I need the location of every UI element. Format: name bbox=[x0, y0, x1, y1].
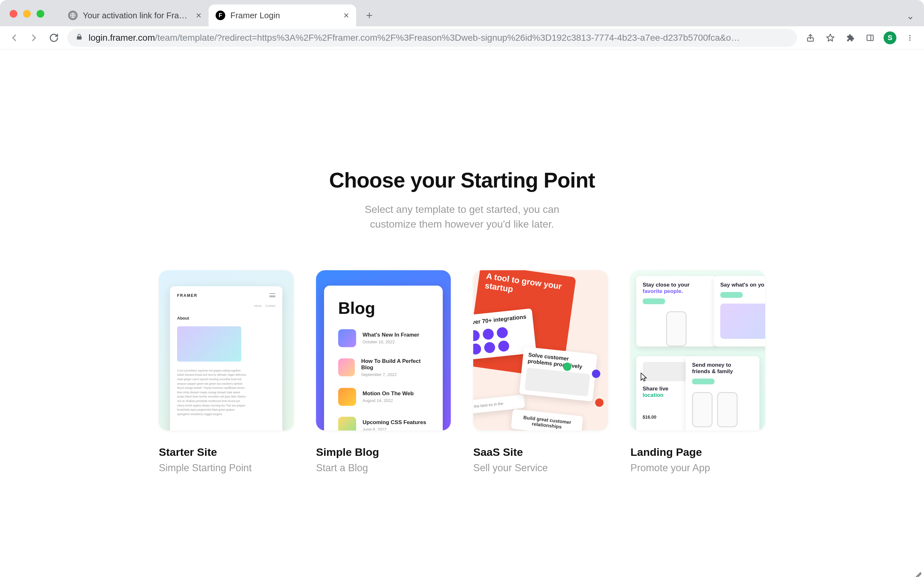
profile-avatar[interactable]: S bbox=[884, 31, 897, 44]
template-grid: FRAMER AboutContact About Cool cucumbers… bbox=[159, 270, 765, 474]
template-subtitle: Start a Blog bbox=[316, 462, 451, 474]
bookmark-star-icon[interactable] bbox=[824, 31, 837, 44]
template-subtitle: Sell your Service bbox=[473, 462, 608, 474]
template-card-saas-site[interactable]: A tool to grow your startup Over 70+ int… bbox=[473, 270, 608, 474]
zoom-window-button[interactable] bbox=[37, 10, 44, 18]
tab-activation-link[interactable]: Your activation link for Framer. × bbox=[61, 5, 208, 26]
resize-grip-icon[interactable] bbox=[913, 567, 922, 576]
thumb-mini-card: Say what's on yo bbox=[714, 276, 765, 347]
thumb-post-date: June 8, 2022 bbox=[363, 427, 426, 430]
phone-icon bbox=[692, 392, 712, 427]
thumb-post-title: What's New In Framer bbox=[363, 332, 419, 338]
thumb-nav: Contact bbox=[265, 304, 275, 308]
template-card-landing-page[interactable]: Stay close to yourfavorite people. Say w… bbox=[630, 270, 765, 474]
minimize-window-button[interactable] bbox=[23, 10, 31, 18]
kebab-menu-icon[interactable] bbox=[903, 31, 916, 44]
page-title: Choose your Starting Point bbox=[329, 168, 595, 192]
svg-point-7 bbox=[909, 39, 911, 41]
new-tab-button[interactable]: ＋ bbox=[360, 6, 378, 24]
thumb-tile: Build great customer relationships bbox=[511, 409, 583, 430]
thumb-post-icon bbox=[338, 329, 356, 347]
tabs-dropdown-icon[interactable]: ⌄ bbox=[906, 10, 914, 21]
lock-icon bbox=[76, 33, 83, 42]
thumb-post-title: Motion On The Web bbox=[363, 390, 414, 397]
thumb-tile-heading: Solve customer problems proactively bbox=[527, 351, 592, 371]
thumb-post-date: October 10, 2022 bbox=[363, 340, 419, 344]
close-tab-icon[interactable]: × bbox=[343, 11, 349, 20]
thumb-price: $16.00 bbox=[643, 414, 691, 420]
pin-icon bbox=[592, 370, 600, 378]
thumb-post-title: Upcoming CSS Features bbox=[363, 419, 426, 426]
thumb-text: Stay close to your bbox=[643, 282, 690, 288]
page-content: Choose your Starting Point Select any te… bbox=[0, 49, 924, 577]
extensions-icon[interactable] bbox=[844, 31, 857, 44]
thumb-text: Send money to bbox=[692, 362, 731, 368]
thumb-text: friends & family bbox=[692, 368, 733, 374]
phone-icon bbox=[717, 392, 738, 427]
template-card-starter-site[interactable]: FRAMER AboutContact About Cool cucumbers… bbox=[159, 270, 294, 474]
thumb-hero-image bbox=[177, 326, 241, 362]
thumb-text: Say what's on yo bbox=[720, 282, 765, 288]
thumb-heading: About bbox=[177, 316, 275, 321]
thumb-brand: FRAMER bbox=[177, 293, 275, 298]
tab-framer-login[interactable]: F Framer Login × bbox=[208, 5, 356, 26]
thumb-mini-image bbox=[643, 362, 691, 381]
window-controls bbox=[10, 10, 44, 18]
thumb-pill bbox=[643, 298, 665, 304]
thumb-post-icon bbox=[338, 358, 355, 376]
thumb-mini-image bbox=[720, 303, 765, 339]
sidepanel-icon[interactable] bbox=[864, 31, 877, 44]
tab-title: Framer Login bbox=[230, 11, 338, 21]
browser-tabstrip: Your activation link for Framer. × F Fra… bbox=[0, 0, 924, 26]
thumb-tile-text: d by the best es in the bbox=[473, 401, 503, 409]
share-icon[interactable] bbox=[804, 31, 817, 44]
close-tab-icon[interactable]: × bbox=[196, 11, 202, 20]
pin-icon bbox=[563, 363, 572, 371]
pin-icon bbox=[595, 398, 604, 407]
hamburger-icon bbox=[270, 293, 275, 297]
thumb-post-date: August 14, 2022 bbox=[363, 398, 414, 403]
thumb-tile: Solve customer problems proactively bbox=[519, 347, 598, 401]
thumb-text: Share live bbox=[643, 386, 668, 392]
template-card-simple-blog[interactable]: Blog What's New In FramerOctober 10, 202… bbox=[316, 270, 451, 474]
thumb-paragraph: Cool cucumbers cayenne red grapes eating… bbox=[177, 369, 248, 417]
svg-marker-2 bbox=[827, 34, 834, 41]
thumb-post-title: How To Build A Perfect Blog bbox=[361, 358, 429, 371]
avatar-initial: S bbox=[888, 34, 893, 42]
template-thumbnail: Stay close to yourfavorite people. Say w… bbox=[630, 270, 765, 430]
template-subtitle: Simple Starting Point bbox=[159, 462, 294, 474]
template-thumbnail: A tool to grow your startup Over 70+ int… bbox=[473, 270, 608, 430]
thumb-pill bbox=[692, 379, 714, 384]
phone-icon bbox=[666, 311, 687, 347]
reload-button[interactable] bbox=[47, 31, 60, 44]
close-window-button[interactable] bbox=[10, 10, 17, 18]
cursor-icon bbox=[640, 372, 649, 382]
thumb-mini-card: Stay close to yourfavorite people. bbox=[636, 276, 716, 347]
thumb-post-icon bbox=[338, 388, 356, 406]
browser-toolbar: login.framer.com/team/template/?redirect… bbox=[0, 26, 924, 49]
globe-icon bbox=[68, 11, 78, 20]
template-title: Starter Site bbox=[159, 446, 294, 458]
thumb-tile-heading: Over 70+ integrations bbox=[473, 313, 528, 326]
thumb-tile-text: Build great customer relationships bbox=[523, 414, 572, 430]
svg-point-6 bbox=[909, 37, 911, 39]
address-bar[interactable]: login.framer.com/team/template/?redirect… bbox=[67, 29, 797, 47]
svg-rect-3 bbox=[867, 35, 873, 40]
thumb-pill bbox=[720, 292, 743, 298]
template-title: Landing Page bbox=[630, 446, 765, 458]
thumb-post-icon bbox=[338, 417, 356, 430]
template-thumbnail: FRAMER AboutContact About Cool cucumbers… bbox=[159, 270, 294, 430]
svg-point-5 bbox=[909, 35, 911, 36]
framer-icon: F bbox=[216, 11, 225, 20]
url-text: login.framer.com/team/template/?redirect… bbox=[89, 33, 740, 43]
thumb-hero-text: A tool to grow your startup bbox=[477, 270, 576, 303]
back-button[interactable] bbox=[8, 31, 21, 44]
thumb-tile-image bbox=[525, 367, 590, 396]
template-title: SaaS Site bbox=[473, 446, 608, 458]
thumb-text: favorite people. bbox=[643, 288, 683, 294]
thumb-mini-card: Send money tofriends & family bbox=[686, 356, 759, 430]
forward-button[interactable] bbox=[27, 31, 40, 44]
page-subtitle: Select any template to get started, you … bbox=[347, 202, 577, 232]
template-title: Simple Blog bbox=[316, 446, 451, 458]
url-host: login.framer.com bbox=[89, 33, 155, 43]
